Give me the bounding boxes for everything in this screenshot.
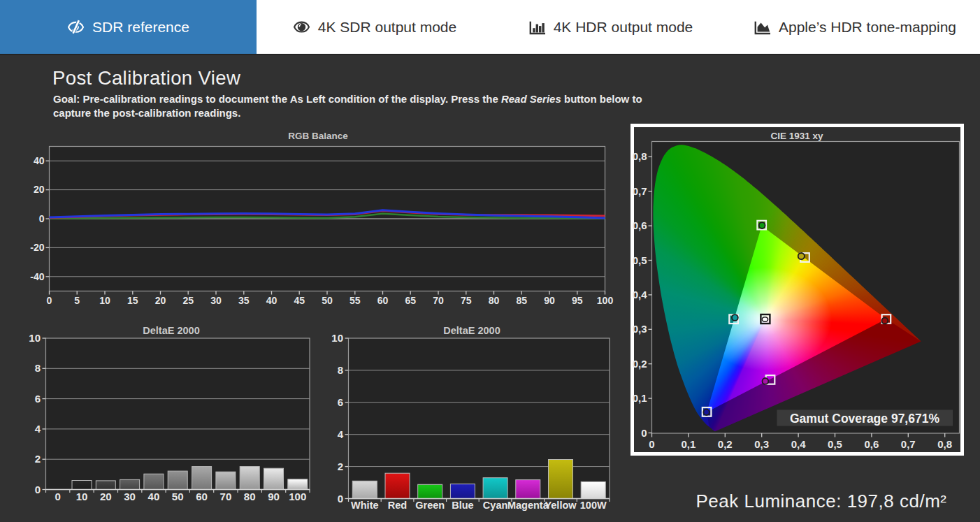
svg-text:85: 85 [516, 295, 527, 306]
svg-text:0: 0 [35, 484, 41, 495]
svg-text:Blue: Blue [452, 500, 473, 511]
svg-text:0,5: 0,5 [633, 254, 647, 266]
svg-text:Green: Green [415, 500, 445, 511]
svg-text:Cyan: Cyan [483, 500, 507, 511]
svg-text:0,4: 0,4 [791, 438, 807, 450]
svg-text:DeltaE 2000: DeltaE 2000 [443, 325, 500, 336]
svg-text:50: 50 [322, 295, 333, 306]
svg-text:30: 30 [210, 295, 222, 306]
svg-text:0: 0 [55, 491, 61, 502]
svg-text:20: 20 [100, 491, 112, 502]
svg-text:2: 2 [338, 461, 343, 472]
svg-text:4: 4 [338, 428, 344, 440]
svg-text:10: 10 [29, 332, 41, 344]
svg-text:-40: -40 [30, 271, 44, 282]
svg-text:8: 8 [338, 364, 343, 376]
svg-text:CIE 1931 xy: CIE 1931 xy [770, 131, 823, 141]
svg-text:6: 6 [35, 393, 41, 405]
svg-text:15: 15 [127, 295, 138, 306]
svg-text:10: 10 [99, 295, 110, 306]
svg-text:Yellow: Yellow [545, 500, 577, 511]
svg-text:0,3: 0,3 [754, 438, 769, 450]
svg-text:30: 30 [124, 491, 136, 502]
svg-text:35: 35 [238, 295, 250, 306]
svg-text:0,7: 0,7 [633, 185, 647, 197]
svg-text:5: 5 [74, 295, 80, 306]
svg-text:40: 40 [266, 295, 278, 306]
svg-text:50: 50 [172, 491, 184, 502]
svg-text:20: 20 [34, 184, 45, 195]
svg-text:DeltaE 2000: DeltaE 2000 [143, 325, 199, 336]
svg-text:10: 10 [76, 491, 88, 502]
svg-text:55: 55 [350, 295, 361, 306]
svg-text:0,1: 0,1 [681, 438, 696, 450]
svg-text:20: 20 [155, 295, 166, 306]
svg-text:8: 8 [35, 362, 41, 374]
svg-text:0: 0 [338, 493, 343, 505]
svg-text:0,8: 0,8 [633, 150, 647, 162]
svg-text:6: 6 [338, 396, 343, 408]
svg-text:40: 40 [34, 155, 45, 166]
svg-text:90: 90 [268, 491, 280, 502]
svg-text:45: 45 [294, 295, 305, 306]
svg-text:60: 60 [196, 491, 208, 502]
svg-text:0: 0 [47, 295, 52, 306]
svg-text:RGB Balance: RGB Balance [288, 131, 348, 141]
svg-text:Gamut Coverage 97,671%: Gamut Coverage 97,671% [790, 412, 939, 426]
svg-text:10: 10 [331, 332, 343, 344]
svg-text:0,5: 0,5 [828, 438, 842, 450]
svg-text:0,8: 0,8 [937, 438, 952, 450]
svg-text:4: 4 [35, 423, 41, 435]
svg-text:0,3: 0,3 [633, 323, 647, 335]
svg-text:100W: 100W [580, 500, 607, 511]
svg-text:95: 95 [572, 295, 583, 306]
svg-text:0: 0 [641, 427, 647, 439]
svg-text:65: 65 [405, 295, 416, 306]
svg-text:40: 40 [148, 491, 160, 502]
svg-text:0,2: 0,2 [718, 438, 733, 450]
svg-text:2: 2 [35, 453, 41, 465]
svg-text:25: 25 [182, 295, 194, 306]
svg-text:Magenta: Magenta [507, 500, 549, 511]
svg-text:-20: -20 [30, 242, 44, 253]
svg-text:Red: Red [388, 500, 407, 511]
svg-text:0,6: 0,6 [864, 438, 879, 450]
svg-text:80: 80 [244, 491, 256, 502]
svg-text:0: 0 [649, 438, 654, 450]
svg-text:0: 0 [39, 213, 45, 224]
svg-text:0,4: 0,4 [633, 289, 648, 300]
svg-text:0,7: 0,7 [901, 438, 916, 450]
svg-text:0,6: 0,6 [633, 219, 647, 231]
svg-text:100: 100 [597, 295, 614, 306]
svg-text:100: 100 [289, 491, 306, 502]
svg-text:0,1: 0,1 [633, 392, 647, 404]
svg-text:White: White [351, 500, 378, 511]
svg-text:70: 70 [433, 295, 444, 306]
svg-text:60: 60 [377, 295, 389, 306]
svg-text:0,2: 0,2 [633, 358, 647, 370]
svg-text:90: 90 [544, 295, 555, 306]
svg-text:70: 70 [220, 491, 232, 502]
svg-text:80: 80 [489, 295, 500, 306]
svg-text:75: 75 [461, 295, 472, 306]
